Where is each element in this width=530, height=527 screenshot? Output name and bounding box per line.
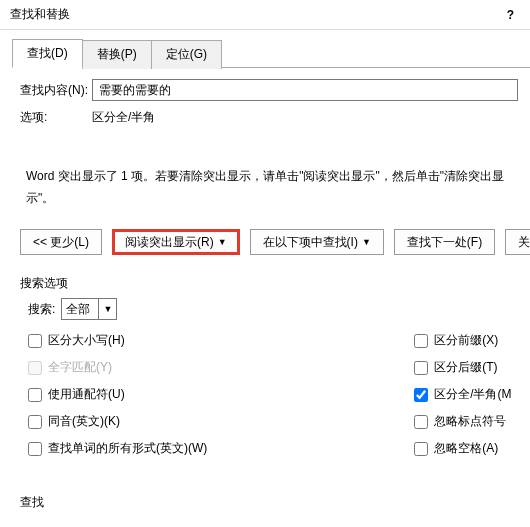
chevron-down-icon: ▼: [218, 237, 227, 247]
checkbox-right-3[interactable]: 忽略标点符号: [414, 413, 530, 430]
options-label: 选项:: [20, 109, 92, 126]
checkbox-label: 区分后缀(T): [434, 359, 497, 376]
checkbox-label: 忽略标点符号: [434, 413, 506, 430]
button-row: << 更少(L) 阅读突出显示(R) ▼ 在以下项中查找(I) ▼ 查找下一处(…: [0, 229, 530, 267]
tab-content: 查找内容(N): 选项: 区分全/半角: [0, 67, 530, 126]
checkbox-input[interactable]: [414, 334, 428, 348]
chevron-down-icon: ▼: [98, 299, 112, 319]
search-direction-value: 全部: [66, 301, 90, 318]
checkbox-input[interactable]: [414, 361, 428, 375]
checkbox-input[interactable]: [414, 442, 428, 456]
checkbox-right-1[interactable]: 区分后缀(T): [414, 359, 530, 376]
title-bar: 查找和替换 ?: [0, 0, 530, 30]
chevron-down-icon: ▼: [362, 237, 371, 247]
tab-goto[interactable]: 定位(G): [151, 40, 222, 69]
reading-highlight-button[interactable]: 阅读突出显示(R) ▼: [112, 229, 240, 255]
checkbox-input: [28, 361, 42, 375]
checkbox-input[interactable]: [414, 415, 428, 429]
checkbox-label: 使用通配符(U): [48, 386, 125, 403]
checkbox-right-2[interactable]: 区分全/半角(M: [414, 386, 530, 403]
bottom-section: 查找: [12, 494, 44, 511]
search-direction-select[interactable]: 全部 ▼: [61, 298, 117, 320]
close-button[interactable]: 关闭: [505, 229, 530, 255]
checkbox-left-3[interactable]: 同音(英文)(K): [28, 413, 414, 430]
checkbox-left-0[interactable]: 区分大小写(H): [28, 332, 414, 349]
search-direction-label: 搜索:: [28, 301, 55, 318]
checkbox-input[interactable]: [28, 388, 42, 402]
checkbox-left-1: 全字匹配(Y): [28, 359, 414, 376]
checkbox-right-0[interactable]: 区分前缀(X): [414, 332, 530, 349]
checkbox-input[interactable]: [28, 334, 42, 348]
checkbox-label: 全字匹配(Y): [48, 359, 112, 376]
help-button[interactable]: ?: [501, 8, 520, 22]
checkbox-label: 区分全/半角(M: [434, 386, 511, 403]
checkbox-left-4[interactable]: 查找单词的所有形式(英文)(W): [28, 440, 414, 457]
find-next-button[interactable]: 查找下一处(F): [394, 229, 495, 255]
bottom-label: 查找: [12, 495, 44, 509]
checkbox-area: 区分大小写(H)全字匹配(Y)使用通配符(U)同音(英文)(K)查找单词的所有形…: [0, 332, 530, 457]
find-label: 查找内容(N):: [20, 82, 92, 99]
tab-bar: 查找(D) 替换(P) 定位(G): [12, 38, 518, 67]
options-value: 区分全/半角: [92, 109, 155, 126]
checkbox-label: 区分大小写(H): [48, 332, 125, 349]
options-row: 选项: 区分全/半角: [20, 109, 518, 126]
search-direction-row: 搜索: 全部 ▼: [0, 298, 530, 332]
checkbox-input[interactable]: [28, 415, 42, 429]
reading-highlight-label: 阅读突出显示(R): [125, 234, 214, 251]
checkbox-label: 忽略空格(A): [434, 440, 498, 457]
tab-find[interactable]: 查找(D): [12, 39, 83, 68]
checkbox-label: 查找单词的所有形式(英文)(W): [48, 440, 207, 457]
status-message: Word 突出显示了 1 项。若要清除突出显示，请单击"阅读突出显示"，然后单击…: [26, 166, 530, 209]
less-button[interactable]: << 更少(L): [20, 229, 102, 255]
checkbox-input[interactable]: [28, 442, 42, 456]
search-options-label: 搜索选项: [0, 267, 530, 298]
checkbox-input[interactable]: [414, 388, 428, 402]
find-in-label: 在以下项中查找(I): [263, 234, 358, 251]
checkbox-left-2[interactable]: 使用通配符(U): [28, 386, 414, 403]
dialog-title: 查找和替换: [10, 6, 501, 23]
find-in-button[interactable]: 在以下项中查找(I) ▼: [250, 229, 384, 255]
checkbox-label: 区分前缀(X): [434, 332, 498, 349]
find-row: 查找内容(N):: [20, 79, 518, 101]
find-input[interactable]: [92, 79, 518, 101]
checkbox-label: 同音(英文)(K): [48, 413, 120, 430]
checkbox-right-4[interactable]: 忽略空格(A): [414, 440, 530, 457]
find-replace-dialog: 查找和替换 ? 查找(D) 替换(P) 定位(G) 查找内容(N): 选项: 区…: [0, 0, 530, 527]
tab-replace[interactable]: 替换(P): [82, 40, 152, 69]
